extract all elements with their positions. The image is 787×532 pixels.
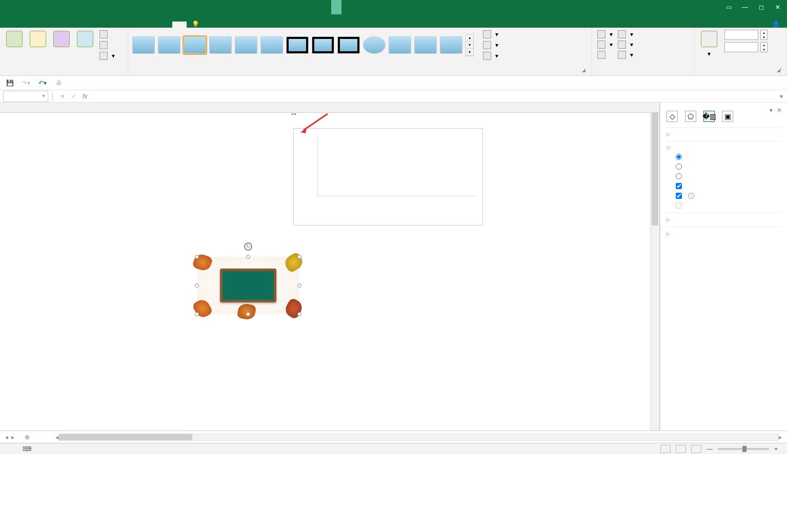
tab-view[interactable] xyxy=(115,22,129,28)
maximize-icon[interactable]: ◻ xyxy=(757,3,765,11)
resize-handle[interactable] xyxy=(195,312,199,316)
pane-options-icon[interactable]: ▾ xyxy=(770,107,773,114)
style-thumb[interactable] xyxy=(286,36,309,54)
pane-close-icon[interactable]: ✕ xyxy=(777,107,782,114)
style-thumb-selected[interactable] xyxy=(184,36,206,54)
add-sheet-icon[interactable]: ⊕ xyxy=(19,432,35,443)
tab-layout[interactable] xyxy=(57,22,72,28)
width-input[interactable] xyxy=(724,42,758,52)
tab-data[interactable] xyxy=(86,22,100,28)
picture-border-button[interactable]: ▾ xyxy=(482,30,499,39)
style-thumb[interactable] xyxy=(389,36,411,54)
expand-formula-icon[interactable]: ▾ xyxy=(776,93,787,100)
picture-effects-button[interactable]: ▾ xyxy=(482,40,499,50)
style-thumb[interactable] xyxy=(158,36,180,54)
align-button[interactable]: ▾ xyxy=(617,30,634,39)
keyboard-icon[interactable]: ⌨ xyxy=(23,445,31,453)
selection-pane-button[interactable] xyxy=(596,50,614,59)
reset-picture-button[interactable]: ▾ xyxy=(98,51,116,60)
style-thumb[interactable] xyxy=(235,36,257,54)
style-thumb[interactable] xyxy=(363,36,386,54)
tab-formula[interactable] xyxy=(72,22,86,28)
tab-file[interactable] xyxy=(0,22,14,28)
gallery-scroll[interactable]: ▴▾▾ xyxy=(466,34,474,56)
style-thumb[interactable] xyxy=(209,36,232,54)
artistic-effects-button[interactable] xyxy=(75,30,95,50)
send-backward-button[interactable]: ▾ xyxy=(596,40,614,49)
style-thumb[interactable] xyxy=(132,36,155,54)
tab-pdf[interactable] xyxy=(144,22,158,28)
worksheet[interactable]: ↔ xyxy=(0,103,660,431)
remove-background-button[interactable] xyxy=(4,30,25,50)
embedded-chart[interactable] xyxy=(293,128,483,226)
normal-view-icon[interactable] xyxy=(660,445,671,453)
opt-locked[interactable]: i xyxy=(676,193,781,199)
save-icon[interactable]: 💾 xyxy=(5,78,14,88)
opt-dont-move[interactable] xyxy=(676,173,781,179)
tab-nav-last-icon[interactable]: ▸ xyxy=(10,434,15,441)
effects-icon[interactable]: ⬠ xyxy=(685,111,696,122)
formula-input[interactable] xyxy=(90,91,776,102)
resize-handle[interactable] xyxy=(195,255,199,259)
picture-styles-gallery[interactable]: ▴▾▾ xyxy=(132,34,474,56)
height-spinner[interactable]: ▲▼ xyxy=(760,30,768,40)
resize-handle[interactable] xyxy=(297,312,301,316)
crop-button[interactable]: ▾ xyxy=(699,30,719,58)
resize-handle[interactable] xyxy=(297,255,301,259)
section-alt-text[interactable]: ▷ xyxy=(667,231,781,236)
info-icon[interactable]: i xyxy=(688,193,694,199)
dialog-launcher-icon[interactable]: ◢ xyxy=(580,68,587,74)
rotate-button[interactable]: ▾ xyxy=(617,50,634,59)
tab-nav-first-icon[interactable]: ◂ xyxy=(4,434,9,441)
section-properties[interactable]: ▽ xyxy=(667,146,781,151)
change-picture-button[interactable] xyxy=(98,40,116,50)
tab-insert[interactable] xyxy=(43,22,57,28)
resize-handle[interactable] xyxy=(195,283,199,288)
print-icon[interactable]: 🖶 xyxy=(54,78,64,88)
height-input[interactable] xyxy=(724,30,758,40)
tab-baidu[interactable] xyxy=(158,22,172,28)
tab-templates[interactable] xyxy=(29,22,43,28)
picture-icon[interactable]: ▣ xyxy=(722,111,733,122)
width-spinner[interactable]: ▲▼ xyxy=(760,42,768,52)
size-properties-icon[interactable]: �▥ xyxy=(703,111,715,122)
style-thumb[interactable] xyxy=(260,36,283,54)
style-thumb[interactable] xyxy=(312,36,334,54)
style-thumb[interactable] xyxy=(337,36,360,54)
resize-handle[interactable] xyxy=(246,255,250,259)
selected-picture[interactable] xyxy=(197,257,299,314)
page-layout-view-icon[interactable] xyxy=(676,445,686,453)
minimize-icon[interactable]: — xyxy=(741,3,749,11)
fill-line-icon[interactable]: ◇ xyxy=(667,111,678,122)
tell-me-search[interactable]: 💡 xyxy=(192,21,201,28)
style-thumb[interactable] xyxy=(440,36,462,54)
opt-move-size-cells[interactable] xyxy=(676,154,781,160)
cancel-formula-icon[interactable]: ✕ xyxy=(57,93,68,100)
rotation-handle-icon[interactable] xyxy=(244,242,252,251)
style-thumb[interactable] xyxy=(414,36,437,54)
tab-dev[interactable] xyxy=(129,22,144,28)
resize-handle[interactable] xyxy=(246,312,250,316)
name-box[interactable]: ▼ xyxy=(3,91,48,102)
tab-review[interactable] xyxy=(100,22,115,28)
horizontal-scrollbar[interactable]: ◂ ▸ xyxy=(50,434,787,441)
vertical-scrollbar[interactable] xyxy=(650,113,659,431)
zoom-slider[interactable] xyxy=(718,448,769,450)
fx-icon[interactable]: fx xyxy=(79,93,90,100)
redo-icon[interactable]: ↷▾ xyxy=(22,78,31,88)
corrections-button[interactable] xyxy=(28,30,48,50)
resize-handle[interactable] xyxy=(297,283,301,288)
zoom-in-icon[interactable]: + xyxy=(774,445,778,453)
picture-layout-button[interactable]: ▾ xyxy=(482,51,499,60)
close-icon[interactable]: ✕ xyxy=(774,3,782,11)
undo-icon[interactable]: ↶▾ xyxy=(38,78,47,88)
accept-formula-icon[interactable]: ✓ xyxy=(68,93,79,100)
ribbon-options-icon[interactable]: ▭ xyxy=(724,3,733,11)
tab-home[interactable] xyxy=(14,22,29,28)
color-button[interactable] xyxy=(51,30,72,50)
compress-picture-button[interactable] xyxy=(98,30,116,39)
zoom-out-icon[interactable]: — xyxy=(707,445,713,453)
tab-format[interactable] xyxy=(172,22,187,28)
section-textbox[interactable]: ▷ xyxy=(667,217,781,222)
collapse-ribbon-icon[interactable]: ㄥ xyxy=(779,66,784,73)
